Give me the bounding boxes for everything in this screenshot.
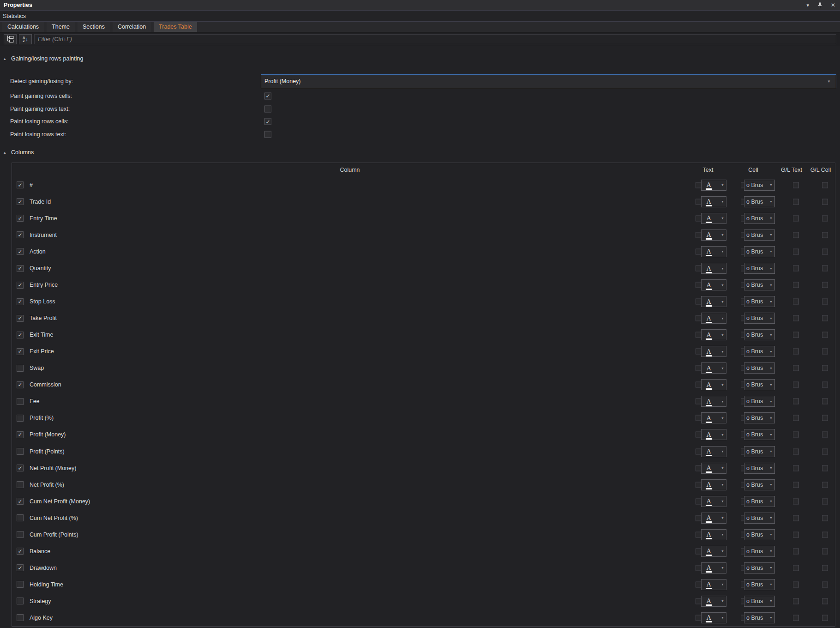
cell-brush-dropdown[interactable]: o Brus ▼ xyxy=(744,446,775,457)
cell-brush-dropdown[interactable]: o Brus ▼ xyxy=(744,596,775,607)
gl-text-checkbox[interactable] xyxy=(793,266,799,272)
gl-text-checkbox[interactable] xyxy=(793,399,799,405)
gl-text-checkbox[interactable] xyxy=(793,531,799,537)
cell-brush-dropdown[interactable]: o Brus ▼ xyxy=(744,263,775,274)
column-visible-checkbox[interactable] xyxy=(17,598,24,604)
text-color-dropdown[interactable]: A ▼ xyxy=(701,213,726,224)
cell-brush-dropdown[interactable]: o Brus ▼ xyxy=(744,329,775,340)
gl-cell-checkbox[interactable] xyxy=(822,598,828,604)
gl-text-checkbox[interactable] xyxy=(793,515,799,521)
cell-brush-dropdown[interactable]: o Brus ▼ xyxy=(744,412,775,423)
gl-text-checkbox[interactable] xyxy=(793,332,799,338)
categorize-view-button[interactable] xyxy=(4,34,17,44)
cell-brush-dropdown[interactable]: o Brus ▼ xyxy=(744,279,775,290)
tab[interactable]: Correlation xyxy=(113,22,151,32)
gl-cell-checkbox[interactable] xyxy=(822,215,828,221)
collapse-triangle-icon[interactable]: ▴ xyxy=(4,56,11,61)
cell-brush-dropdown[interactable]: o Brus ▼ xyxy=(744,479,775,490)
text-color-dropdown[interactable]: A ▼ xyxy=(701,396,726,407)
gl-cell-checkbox[interactable] xyxy=(822,199,828,205)
text-color-dropdown[interactable]: A ▼ xyxy=(701,546,726,557)
cell-brush-dropdown[interactable]: o Brus ▼ xyxy=(744,196,775,207)
gl-text-checkbox[interactable] xyxy=(793,565,799,571)
text-color-dropdown[interactable]: A ▼ xyxy=(701,180,726,191)
close-icon[interactable]: ✕ xyxy=(831,2,835,8)
pin-icon[interactable] xyxy=(817,2,822,8)
column-visible-checkbox[interactable] xyxy=(17,265,24,272)
cell-brush-dropdown[interactable]: o Brus ▼ xyxy=(744,612,775,623)
gl-cell-checkbox[interactable] xyxy=(822,248,828,254)
text-color-dropdown[interactable]: A ▼ xyxy=(701,529,726,540)
option-checkbox[interactable] xyxy=(264,105,271,112)
text-color-dropdown[interactable]: A ▼ xyxy=(701,296,726,307)
gl-text-checkbox[interactable] xyxy=(793,232,799,238)
option-checkbox[interactable] xyxy=(264,131,271,138)
gl-text-checkbox[interactable] xyxy=(793,382,799,388)
section-header-painting[interactable]: ▴ Gaining/losing rows painting xyxy=(0,54,840,62)
column-visible-checkbox[interactable] xyxy=(17,465,24,471)
gl-text-checkbox[interactable] xyxy=(793,199,799,205)
gl-cell-checkbox[interactable] xyxy=(822,299,828,305)
gl-text-checkbox[interactable] xyxy=(793,315,799,321)
column-visible-checkbox[interactable] xyxy=(17,398,24,405)
text-color-dropdown[interactable]: A ▼ xyxy=(701,429,726,440)
option-checkbox[interactable] xyxy=(264,118,271,125)
text-color-dropdown[interactable]: A ▼ xyxy=(701,463,726,474)
gl-cell-checkbox[interactable] xyxy=(822,448,828,454)
gl-cell-checkbox[interactable] xyxy=(822,182,828,188)
column-visible-checkbox[interactable] xyxy=(17,315,24,322)
column-visible-checkbox[interactable] xyxy=(17,548,24,555)
text-color-dropdown[interactable]: A ▼ xyxy=(701,513,726,524)
column-visible-checkbox[interactable] xyxy=(17,415,24,422)
statistics-group-header[interactable]: Statistics xyxy=(0,10,840,22)
section-header-columns[interactable]: ▴ Columns xyxy=(0,149,840,157)
column-visible-checkbox[interactable] xyxy=(17,531,24,538)
alphabetical-sort-button[interactable]: A Z ↓ xyxy=(19,34,32,44)
column-visible-checkbox[interactable] xyxy=(17,431,24,438)
gl-text-checkbox[interactable] xyxy=(793,432,799,438)
column-visible-checkbox[interactable] xyxy=(17,248,24,255)
text-color-dropdown[interactable]: A ▼ xyxy=(701,579,726,590)
cell-brush-dropdown[interactable]: o Brus ▼ xyxy=(744,513,775,524)
text-color-dropdown[interactable]: A ▼ xyxy=(701,496,726,507)
detect-by-dropdown[interactable]: Profit (Money) ▼ xyxy=(261,74,836,88)
gl-text-checkbox[interactable] xyxy=(793,598,799,604)
cell-brush-dropdown[interactable]: o Brus ▼ xyxy=(744,346,775,357)
gl-text-checkbox[interactable] xyxy=(793,365,799,371)
tab[interactable]: Sections xyxy=(78,22,110,32)
text-color-dropdown[interactable]: A ▼ xyxy=(701,612,726,623)
gl-cell-checkbox[interactable] xyxy=(822,482,828,488)
gl-text-checkbox[interactable] xyxy=(793,349,799,355)
cell-brush-dropdown[interactable]: o Brus ▼ xyxy=(744,313,775,324)
text-color-dropdown[interactable]: A ▼ xyxy=(701,229,726,241)
cell-brush-dropdown[interactable]: o Brus ▼ xyxy=(744,463,775,474)
gl-cell-checkbox[interactable] xyxy=(822,581,828,587)
filter-input[interactable]: Filter (Ctrl+F) xyxy=(34,34,836,44)
gl-text-checkbox[interactable] xyxy=(793,282,799,288)
text-color-dropdown[interactable]: A ▼ xyxy=(701,263,726,274)
gl-cell-checkbox[interactable] xyxy=(822,382,828,388)
gl-cell-checkbox[interactable] xyxy=(822,399,828,405)
column-visible-checkbox[interactable] xyxy=(17,365,24,372)
cell-brush-dropdown[interactable]: o Brus ▼ xyxy=(744,379,775,390)
text-color-dropdown[interactable]: A ▼ xyxy=(701,279,726,290)
cell-brush-dropdown[interactable]: o Brus ▼ xyxy=(744,229,775,241)
tab[interactable]: Trades Table xyxy=(154,22,197,32)
gl-cell-checkbox[interactable] xyxy=(822,515,828,521)
gl-cell-checkbox[interactable] xyxy=(822,498,828,504)
gl-cell-checkbox[interactable] xyxy=(822,232,828,238)
gl-text-checkbox[interactable] xyxy=(793,615,799,621)
gl-text-checkbox[interactable] xyxy=(793,498,799,504)
text-color-dropdown[interactable]: A ▼ xyxy=(701,446,726,457)
cell-brush-dropdown[interactable]: o Brus ▼ xyxy=(744,246,775,257)
gl-cell-checkbox[interactable] xyxy=(822,282,828,288)
cell-brush-dropdown[interactable]: o Brus ▼ xyxy=(744,362,775,374)
column-visible-checkbox[interactable] xyxy=(17,181,24,188)
gl-cell-checkbox[interactable] xyxy=(822,565,828,571)
column-visible-checkbox[interactable] xyxy=(17,481,24,488)
column-visible-checkbox[interactable] xyxy=(17,348,24,355)
text-color-dropdown[interactable]: A ▼ xyxy=(701,313,726,324)
gl-cell-checkbox[interactable] xyxy=(822,465,828,471)
cell-brush-dropdown[interactable]: o Brus ▼ xyxy=(744,562,775,574)
gl-cell-checkbox[interactable] xyxy=(822,365,828,371)
